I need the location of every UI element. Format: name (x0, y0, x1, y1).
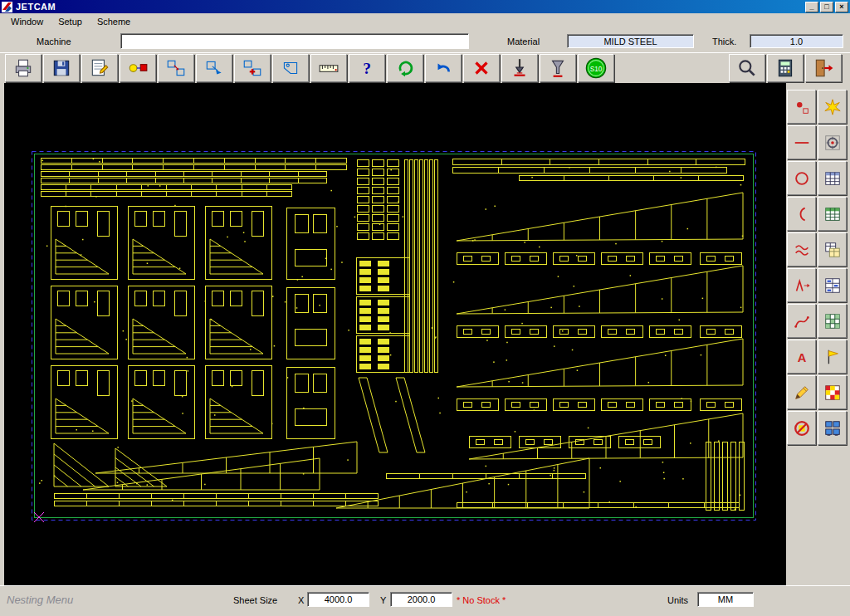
move-part-button[interactable] (196, 54, 232, 82)
redo-button[interactable] (387, 54, 423, 82)
burst-tool-button[interactable] (818, 90, 847, 124)
table-grid-icon (823, 169, 842, 188)
sheet-table-button[interactable] (818, 197, 847, 231)
exit-button[interactable] (805, 54, 842, 82)
svg-text:A: A (797, 350, 806, 364)
nest-canvas[interactable] (4, 83, 786, 585)
machine-settings-button[interactable] (818, 125, 847, 159)
nest-parts-icon (165, 57, 187, 79)
menu-window[interactable]: Window (3, 14, 51, 29)
thickness-label: Thick. (712, 37, 736, 46)
spline-tool-button[interactable] (787, 304, 816, 338)
circle-tool-button[interactable] (787, 161, 816, 195)
sketch-tool-button[interactable] (787, 375, 816, 409)
nesting-canvas-area (4, 83, 786, 585)
nest-parts-button[interactable] (158, 54, 194, 82)
s10-run-button[interactable]: S10 (578, 54, 614, 82)
point-icon (793, 98, 811, 116)
delete-button[interactable] (463, 54, 500, 82)
machine-material-row: Machine Material MILD STEEL Thick. 1.0 (0, 30, 850, 52)
mirror-shape-icon (793, 276, 811, 295)
sequence-button[interactable] (120, 54, 156, 82)
zoom-button[interactable] (729, 54, 765, 82)
wave-lines-icon (793, 241, 811, 259)
add-part-icon (242, 57, 263, 79)
monitors-grid-icon (823, 419, 842, 438)
material-label: Material (507, 37, 540, 46)
tool-grid-button[interactable] (818, 375, 847, 409)
move-part-icon (203, 57, 225, 79)
tool-head-icon (509, 57, 530, 79)
red-yellow-grid-icon (823, 384, 842, 402)
exit-door-icon (813, 57, 834, 79)
mirror-tool-button[interactable] (787, 268, 816, 302)
maximize-button[interactable]: □ (820, 2, 833, 12)
menu-setup[interactable]: Setup (51, 14, 90, 29)
units-value[interactable]: MM (697, 592, 754, 607)
circle-icon (793, 169, 811, 188)
report-button[interactable] (81, 54, 118, 82)
units-label: Units (667, 595, 688, 605)
machine-input[interactable] (120, 33, 469, 49)
tool-down-button[interactable] (540, 54, 576, 82)
status-bar: Nesting Menu Sheet Size X Y * No Stock *… (0, 585, 850, 616)
magnifier-icon (736, 57, 758, 79)
disable-function-button[interactable] (787, 411, 816, 445)
text-tool-button[interactable]: A (787, 340, 816, 374)
pencil-icon (793, 384, 811, 402)
sheet-y-input[interactable] (390, 592, 452, 607)
arc-icon (793, 205, 811, 223)
red-x-icon (471, 57, 492, 79)
line-tool-button[interactable] (787, 125, 816, 159)
undo-button[interactable] (425, 54, 462, 82)
window-title: JETCAM (16, 2, 56, 12)
green-table-icon (823, 205, 842, 223)
polyline-tool-button[interactable] (787, 232, 816, 266)
spline-icon (793, 312, 811, 330)
starburst-icon (823, 98, 842, 116)
point-tool-button[interactable] (787, 90, 816, 124)
sheet-x-input[interactable] (307, 592, 369, 607)
measure-button[interactable] (310, 54, 347, 82)
y-label: Y (380, 595, 386, 605)
no-entry-icon (793, 419, 811, 438)
help-icon: ? (356, 57, 378, 79)
single-part-button[interactable] (272, 54, 309, 82)
no-stock-warning: * No Stock * (457, 595, 506, 605)
monitor-grid-button[interactable] (818, 411, 847, 445)
calculator-button[interactable] (767, 54, 804, 82)
material-value[interactable]: MILD STEEL (567, 34, 694, 48)
close-button[interactable]: × (835, 2, 848, 12)
app-logo-icon (2, 2, 12, 12)
schedule-grid-button[interactable] (818, 304, 847, 338)
copy-nest-button[interactable] (818, 232, 847, 266)
arc-tool-button[interactable] (787, 197, 816, 231)
sheet-size-label: Sheet Size (233, 595, 277, 605)
menu-bar: Window Setup Scheme (0, 13, 850, 30)
minimize-button[interactable]: _ (805, 2, 818, 12)
machine-label: Machine (37, 37, 71, 46)
add-part-button[interactable] (234, 54, 271, 82)
undo-arrow-icon (432, 57, 454, 79)
printer-icon (12, 57, 34, 79)
save-button[interactable] (43, 54, 80, 82)
flag-icon (823, 348, 842, 366)
s10-green-circle-icon: S10 (584, 56, 608, 80)
funnel-down-icon (547, 57, 569, 79)
thickness-value[interactable]: 1.0 (750, 34, 843, 48)
redo-circular-arrow-icon (394, 57, 416, 79)
flag-tool-button[interactable] (818, 340, 847, 374)
part-table-button[interactable] (818, 161, 847, 195)
print-button[interactable] (5, 54, 42, 82)
grid-cells-icon (823, 312, 842, 330)
svg-text:S10: S10 (590, 66, 603, 73)
menu-scheme[interactable]: Scheme (90, 14, 138, 29)
title-bar: JETCAM _ □ × (0, 0, 850, 13)
floppy-disk-icon (51, 57, 72, 79)
report-document-icon (89, 57, 110, 79)
numeric-table-button[interactable] (818, 268, 847, 302)
main-toolbar: ? (0, 52, 850, 83)
tool-assign-button[interactable] (501, 54, 538, 82)
help-button[interactable]: ? (349, 54, 385, 82)
calculator-icon (774, 57, 796, 79)
